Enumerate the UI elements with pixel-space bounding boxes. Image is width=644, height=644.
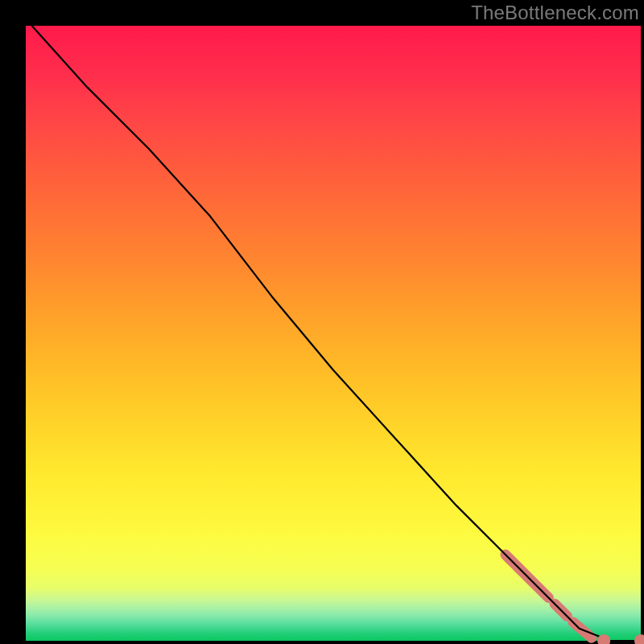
chart-stage: TheBottleneck.com bbox=[0, 0, 644, 644]
watermark-text: TheBottleneck.com bbox=[471, 2, 639, 24]
chart-svg bbox=[0, 0, 644, 644]
